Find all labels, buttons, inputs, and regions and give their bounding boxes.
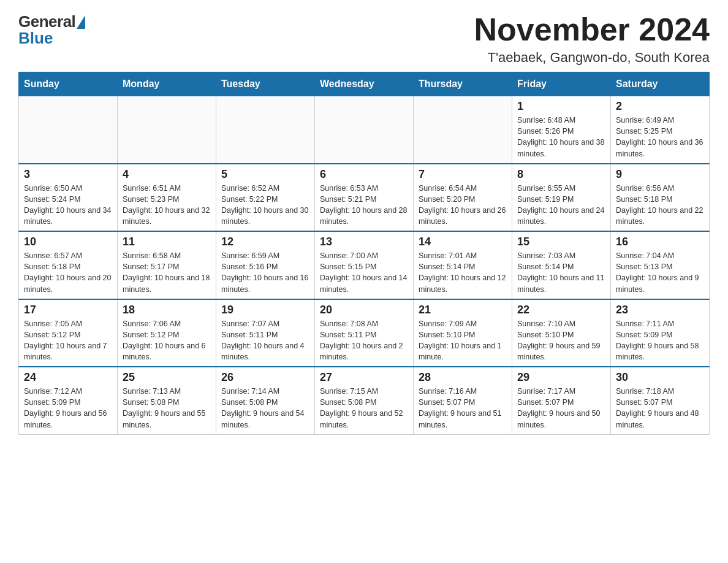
calendar-cell: 10Sunrise: 6:57 AMSunset: 5:18 PMDayligh… [19, 231, 118, 299]
calendar-week-3: 10Sunrise: 6:57 AMSunset: 5:18 PMDayligh… [19, 231, 710, 299]
calendar-cell: 22Sunrise: 7:10 AMSunset: 5:10 PMDayligh… [512, 299, 611, 367]
calendar-cell: 13Sunrise: 7:00 AMSunset: 5:15 PMDayligh… [315, 231, 414, 299]
calendar-cell [118, 96, 216, 164]
day-number: 7 [419, 168, 507, 181]
day-info: Sunrise: 7:13 AMSunset: 5:08 PMDaylight:… [123, 386, 211, 431]
day-info: Sunrise: 6:48 AMSunset: 5:26 PMDaylight:… [517, 115, 605, 159]
day-number: 6 [320, 168, 408, 181]
day-number: 19 [221, 304, 309, 316]
weekday-header-thursday: Thursday [414, 72, 512, 96]
day-info: Sunrise: 6:52 AMSunset: 5:22 PMDaylight:… [221, 183, 309, 228]
day-info: Sunrise: 7:14 AMSunset: 5:08 PMDaylight:… [221, 386, 309, 431]
calendar-cell: 24Sunrise: 7:12 AMSunset: 5:09 PMDayligh… [19, 367, 118, 434]
day-number: 2 [616, 100, 704, 113]
day-number: 1 [517, 100, 605, 113]
day-number: 24 [24, 371, 112, 384]
calendar-cell [414, 96, 512, 164]
day-number: 15 [517, 236, 605, 248]
day-info: Sunrise: 6:59 AMSunset: 5:16 PMDaylight:… [221, 250, 309, 295]
day-info: Sunrise: 7:05 AMSunset: 5:12 PMDaylight:… [24, 318, 112, 363]
day-info: Sunrise: 7:00 AMSunset: 5:15 PMDaylight:… [320, 250, 408, 295]
calendar-cell: 16Sunrise: 7:04 AMSunset: 5:13 PMDayligh… [611, 231, 710, 299]
day-number: 23 [616, 304, 704, 316]
day-info: Sunrise: 7:01 AMSunset: 5:14 PMDaylight:… [419, 250, 507, 295]
day-info: Sunrise: 6:58 AMSunset: 5:17 PMDaylight:… [123, 250, 211, 295]
calendar-cell: 11Sunrise: 6:58 AMSunset: 5:17 PMDayligh… [118, 231, 216, 299]
day-number: 29 [517, 371, 605, 384]
calendar-cell: 19Sunrise: 7:07 AMSunset: 5:11 PMDayligh… [216, 299, 315, 367]
logo-triangle-icon [77, 15, 85, 29]
day-number: 3 [24, 168, 112, 181]
calendar-cell: 5Sunrise: 6:52 AMSunset: 5:22 PMDaylight… [216, 164, 315, 232]
calendar-table: SundayMondayTuesdayWednesdayThursdayFrid… [18, 72, 710, 435]
day-number: 13 [320, 236, 408, 248]
calendar-cell: 25Sunrise: 7:13 AMSunset: 5:08 PMDayligh… [118, 367, 216, 434]
day-info: Sunrise: 6:53 AMSunset: 5:21 PMDaylight:… [320, 183, 408, 228]
day-number: 18 [123, 304, 211, 316]
day-info: Sunrise: 6:56 AMSunset: 5:18 PMDaylight:… [616, 183, 704, 228]
logo: General Blue [18, 12, 85, 48]
day-number: 27 [320, 371, 408, 384]
day-info: Sunrise: 7:12 AMSunset: 5:09 PMDaylight:… [24, 386, 112, 431]
day-info: Sunrise: 7:17 AMSunset: 5:07 PMDaylight:… [517, 386, 605, 431]
weekday-header-tuesday: Tuesday [216, 72, 315, 96]
weekday-header-row: SundayMondayTuesdayWednesdayThursdayFrid… [19, 72, 710, 96]
day-number: 26 [221, 371, 309, 384]
calendar-week-5: 24Sunrise: 7:12 AMSunset: 5:09 PMDayligh… [19, 367, 710, 434]
day-number: 20 [320, 304, 408, 316]
day-info: Sunrise: 7:09 AMSunset: 5:10 PMDaylight:… [419, 318, 507, 363]
calendar-cell: 2Sunrise: 6:49 AMSunset: 5:25 PMDaylight… [611, 96, 710, 164]
page-header: General Blue November 2024 T'aebaek, Gan… [18, 12, 710, 66]
day-info: Sunrise: 7:18 AMSunset: 5:07 PMDaylight:… [616, 386, 704, 431]
calendar-week-4: 17Sunrise: 7:05 AMSunset: 5:12 PMDayligh… [19, 299, 710, 367]
calendar-cell: 29Sunrise: 7:17 AMSunset: 5:07 PMDayligh… [512, 367, 611, 434]
day-info: Sunrise: 7:06 AMSunset: 5:12 PMDaylight:… [123, 318, 211, 363]
weekday-header-monday: Monday [118, 72, 216, 96]
location-title: T'aebaek, Gangwon-do, South Korea [474, 50, 710, 66]
calendar-cell [19, 96, 118, 164]
calendar-cell: 14Sunrise: 7:01 AMSunset: 5:14 PMDayligh… [414, 231, 512, 299]
day-number: 17 [24, 304, 112, 316]
day-info: Sunrise: 6:51 AMSunset: 5:23 PMDaylight:… [123, 183, 211, 228]
day-number: 8 [517, 168, 605, 181]
calendar-week-2: 3Sunrise: 6:50 AMSunset: 5:24 PMDaylight… [19, 164, 710, 232]
day-info: Sunrise: 7:08 AMSunset: 5:11 PMDaylight:… [320, 318, 408, 363]
day-number: 21 [419, 304, 507, 316]
day-number: 9 [616, 168, 704, 181]
day-number: 30 [616, 371, 704, 384]
calendar-cell: 3Sunrise: 6:50 AMSunset: 5:24 PMDaylight… [19, 164, 118, 232]
weekday-header-wednesday: Wednesday [315, 72, 414, 96]
weekday-header-sunday: Sunday [19, 72, 118, 96]
month-title: November 2024 [474, 12, 710, 47]
day-number: 12 [221, 236, 309, 248]
day-info: Sunrise: 6:57 AMSunset: 5:18 PMDaylight:… [24, 250, 112, 295]
day-info: Sunrise: 7:04 AMSunset: 5:13 PMDaylight:… [616, 250, 704, 295]
calendar-cell: 8Sunrise: 6:55 AMSunset: 5:19 PMDaylight… [512, 164, 611, 232]
logo-blue-text: Blue [18, 29, 53, 48]
calendar-cell: 20Sunrise: 7:08 AMSunset: 5:11 PMDayligh… [315, 299, 414, 367]
day-info: Sunrise: 7:03 AMSunset: 5:14 PMDaylight:… [517, 250, 605, 295]
day-info: Sunrise: 7:07 AMSunset: 5:11 PMDaylight:… [221, 318, 309, 363]
title-section: November 2024 T'aebaek, Gangwon-do, Sout… [474, 12, 710, 66]
calendar-week-1: 1Sunrise: 6:48 AMSunset: 5:26 PMDaylight… [19, 96, 710, 164]
calendar-cell: 12Sunrise: 6:59 AMSunset: 5:16 PMDayligh… [216, 231, 315, 299]
day-info: Sunrise: 6:49 AMSunset: 5:25 PMDaylight:… [616, 115, 704, 159]
day-number: 28 [419, 371, 507, 384]
calendar-cell: 21Sunrise: 7:09 AMSunset: 5:10 PMDayligh… [414, 299, 512, 367]
day-number: 22 [517, 304, 605, 316]
day-info: Sunrise: 6:55 AMSunset: 5:19 PMDaylight:… [517, 183, 605, 228]
calendar-cell [216, 96, 315, 164]
calendar-cell: 18Sunrise: 7:06 AMSunset: 5:12 PMDayligh… [118, 299, 216, 367]
day-info: Sunrise: 7:15 AMSunset: 5:08 PMDaylight:… [320, 386, 408, 431]
calendar-cell: 1Sunrise: 6:48 AMSunset: 5:26 PMDaylight… [512, 96, 611, 164]
calendar-cell: 23Sunrise: 7:11 AMSunset: 5:09 PMDayligh… [611, 299, 710, 367]
calendar-cell: 28Sunrise: 7:16 AMSunset: 5:07 PMDayligh… [414, 367, 512, 434]
day-info: Sunrise: 6:54 AMSunset: 5:20 PMDaylight:… [419, 183, 507, 228]
calendar-cell: 15Sunrise: 7:03 AMSunset: 5:14 PMDayligh… [512, 231, 611, 299]
day-info: Sunrise: 6:50 AMSunset: 5:24 PMDaylight:… [24, 183, 112, 228]
day-info: Sunrise: 7:11 AMSunset: 5:09 PMDaylight:… [616, 318, 704, 363]
calendar-cell: 27Sunrise: 7:15 AMSunset: 5:08 PMDayligh… [315, 367, 414, 434]
calendar-cell: 4Sunrise: 6:51 AMSunset: 5:23 PMDaylight… [118, 164, 216, 232]
calendar-cell: 6Sunrise: 6:53 AMSunset: 5:21 PMDaylight… [315, 164, 414, 232]
weekday-header-friday: Friday [512, 72, 611, 96]
